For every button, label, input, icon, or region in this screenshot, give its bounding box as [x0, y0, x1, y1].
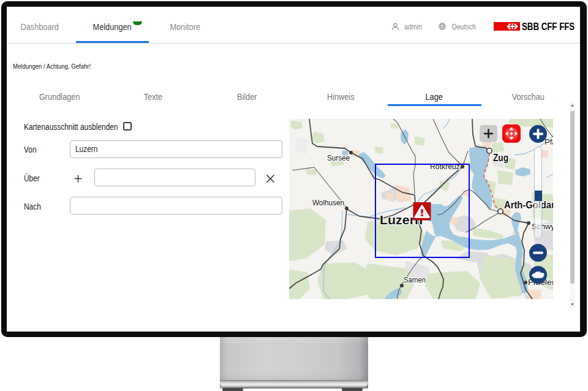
svg-text:Wolhusen: Wolhusen — [312, 198, 344, 207]
svg-text:Rotkreuz: Rotkreuz — [430, 162, 460, 171]
svg-text:Arth-Goldau: Arth-Goldau — [504, 200, 553, 210]
svg-text:Sarnen: Sarnen — [404, 275, 426, 284]
svg-text:Zug: Zug — [493, 152, 508, 164]
svg-text:Sursee: Sursee — [327, 153, 350, 162]
